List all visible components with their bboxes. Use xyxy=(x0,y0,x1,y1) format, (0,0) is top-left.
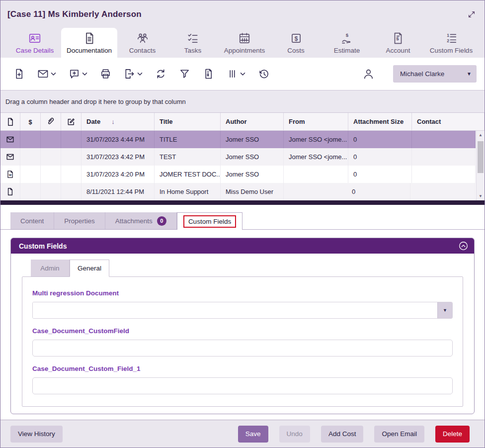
tab-account[interactable]: $ Account xyxy=(373,28,423,58)
cell-contact xyxy=(412,131,476,148)
col-contact[interactable]: Contact xyxy=(412,113,485,130)
case-window: [Case 11] Ms Kimberly Anderson Case Deta… xyxy=(0,0,485,448)
cell-attachment-size: 0 xyxy=(348,148,412,166)
svg-text:$: $ xyxy=(294,35,298,42)
people-icon xyxy=(136,32,149,45)
email-dropdown-button[interactable] xyxy=(37,68,56,80)
window-header: [Case 11] Ms Kimberly Anderson xyxy=(0,0,485,28)
delete-button[interactable]: Delete xyxy=(435,426,470,443)
history-icon xyxy=(258,68,269,80)
custom-fields-inner-tabs: Admin General xyxy=(31,260,474,276)
tab-label: Contacts xyxy=(129,47,156,54)
dollar-square-icon: $ xyxy=(290,32,303,45)
cell-title: In Home Support xyxy=(155,183,221,200)
tab-label: Account xyxy=(386,47,410,54)
scrollbar-thumb[interactable] xyxy=(478,141,484,173)
tab-costs[interactable]: $ Costs xyxy=(271,28,321,58)
cell-attachment-size: 0 xyxy=(348,166,412,183)
expand-icon[interactable] xyxy=(468,10,476,18)
cell-attachment-size: 0 xyxy=(347,183,410,200)
tab-appointments[interactable]: Appointments xyxy=(218,28,271,58)
col-date[interactable]: Date ↓ xyxy=(81,113,155,130)
col-cost[interactable]: $ xyxy=(20,113,41,130)
history-button[interactable] xyxy=(258,68,269,80)
table-row[interactable]: W 31/07/2023 4:20 PM JOMER TEST DOC... J… xyxy=(0,166,476,183)
cell-from xyxy=(284,166,348,183)
user-selector[interactable]: Michael Clarke ▼ xyxy=(393,65,477,83)
cell-date: 31/07/2023 4:42 PM xyxy=(81,148,155,166)
custom-fields-panel-header[interactable]: Custom Fields xyxy=(11,238,474,254)
tab-case-details[interactable]: Case Details xyxy=(8,28,61,58)
tab-custom-fields-detail[interactable]: Custom Fields xyxy=(177,212,242,230)
group-by-hint: Drag a column header and drop it here to… xyxy=(5,98,186,105)
vertical-scrollbar[interactable]: ▲ ▼ xyxy=(476,131,485,200)
open-email-button[interactable]: Open Email xyxy=(374,426,424,443)
chevron-down-icon xyxy=(240,72,245,76)
numbered-list-icon: 12 xyxy=(445,32,458,45)
cell-author: Jomer SSO xyxy=(221,131,284,148)
dropdown-caret-icon[interactable]: ▼ xyxy=(437,302,452,318)
tab-contacts[interactable]: Contacts xyxy=(117,28,167,58)
cell-from: Jomer SSO <jome... xyxy=(284,131,348,148)
email-icon xyxy=(37,68,49,80)
col-attachment-size[interactable]: Attachment Size xyxy=(348,113,412,130)
save-button[interactable]: Save xyxy=(238,426,268,443)
cell-date: 31/07/2023 4:20 PM xyxy=(81,166,155,183)
case-document-custom-field-1-input[interactable] xyxy=(32,377,453,394)
tab-properties[interactable]: Properties xyxy=(54,212,105,229)
add-cost-button[interactable]: Add Cost xyxy=(321,426,364,443)
svg-text:$: $ xyxy=(28,118,32,125)
cell-author: Miss Demo User xyxy=(221,183,284,200)
caret-down-icon: ▼ xyxy=(467,71,472,77)
svg-text:$: $ xyxy=(346,32,349,38)
table-row[interactable]: 31/07/2023 4:44 PM TITLE Jomer SSO Jomer… xyxy=(0,131,476,148)
panel-title: Custom Fields xyxy=(19,242,67,250)
col-from[interactable]: From xyxy=(284,113,348,130)
tab-custom-fields[interactable]: 12 Custom Fields xyxy=(423,28,479,58)
table-row[interactable]: 31/07/2023 4:42 PM TEST Jomer SSO Jomer … xyxy=(0,148,476,166)
email-icon xyxy=(6,135,14,144)
column-chooser-dropdown-button[interactable] xyxy=(227,68,245,80)
zip-document-button[interactable] xyxy=(203,68,214,80)
table-row[interactable]: 8/11/2021 12:44 PM In Home Support Miss … xyxy=(0,183,476,200)
group-by-bar[interactable]: Drag a column header and drop it here to… xyxy=(0,90,485,113)
multi-regression-document-dropdown[interactable]: ▼ xyxy=(32,302,453,319)
col-attachment[interactable] xyxy=(41,113,61,130)
custom-fields-panel: Custom Fields Admin General Multi regres… xyxy=(10,238,475,414)
documents-toolbar: Michael Clarke ▼ xyxy=(0,58,485,90)
col-edit[interactable] xyxy=(61,113,81,130)
col-author[interactable]: Author xyxy=(221,113,284,130)
attachments-count-badge: 0 xyxy=(157,216,166,226)
person-icon xyxy=(362,68,375,80)
tab-label: Appointments xyxy=(224,47,265,54)
tab-general[interactable]: General xyxy=(70,260,109,277)
print-button[interactable] xyxy=(100,68,111,80)
tab-estimate[interactable]: $ Estimate xyxy=(321,28,373,58)
add-comment-icon xyxy=(69,68,80,80)
scroll-up-icon[interactable]: ▲ xyxy=(477,133,485,137)
collapse-icon[interactable] xyxy=(459,241,468,251)
multi-regression-document-input[interactable] xyxy=(33,302,437,318)
splitter-bar[interactable] xyxy=(0,200,485,205)
case-document-customfield-input[interactable] xyxy=(32,340,453,357)
tab-documentation[interactable]: Documentation xyxy=(61,28,117,58)
col-title[interactable]: Title xyxy=(155,113,221,130)
tab-content[interactable]: Content xyxy=(10,212,54,229)
new-document-icon xyxy=(13,68,25,80)
calendar-icon xyxy=(238,32,251,45)
undo-button[interactable]: Undo xyxy=(279,426,310,443)
view-history-button[interactable]: View History xyxy=(10,426,63,443)
export-dropdown-button[interactable] xyxy=(124,68,143,80)
tab-attachments[interactable]: Attachments 0 xyxy=(105,212,177,229)
scroll-down-icon[interactable]: ▼ xyxy=(477,194,485,198)
field-label-multi-regression-document: Multi regression Document xyxy=(32,289,453,297)
filter-button[interactable] xyxy=(179,68,190,80)
tab-admin[interactable]: Admin xyxy=(31,260,70,276)
col-document-type[interactable] xyxy=(0,113,20,130)
grid-header-row: $ Date ↓ Title Author From Attachment Si… xyxy=(0,113,485,131)
tab-tasks[interactable]: Tasks xyxy=(167,28,218,58)
field-label-case-document-custom-field-1: Case_Document_Custom_Field_1 xyxy=(32,365,453,372)
add-comment-dropdown-button[interactable] xyxy=(69,68,87,80)
refresh-button[interactable] xyxy=(155,68,166,80)
new-document-button[interactable] xyxy=(13,68,25,80)
